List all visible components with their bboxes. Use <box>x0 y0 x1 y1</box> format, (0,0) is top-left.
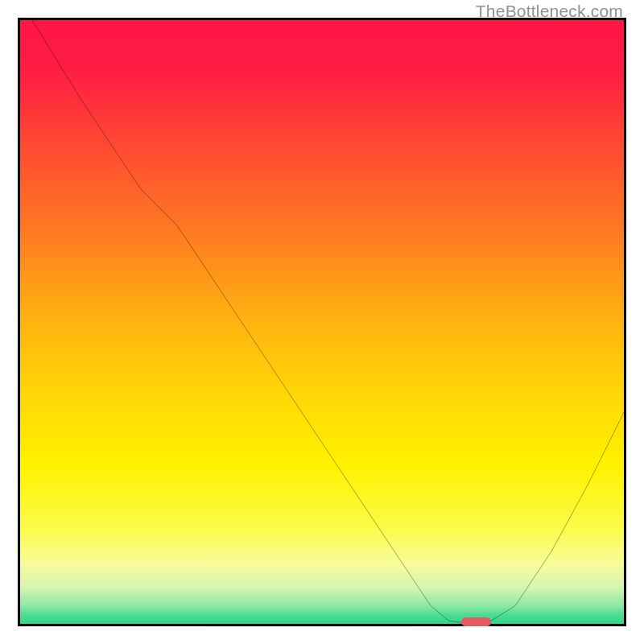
bottleneck-curve <box>20 20 624 624</box>
optimal-marker <box>461 617 492 626</box>
chart-frame <box>18 18 626 626</box>
